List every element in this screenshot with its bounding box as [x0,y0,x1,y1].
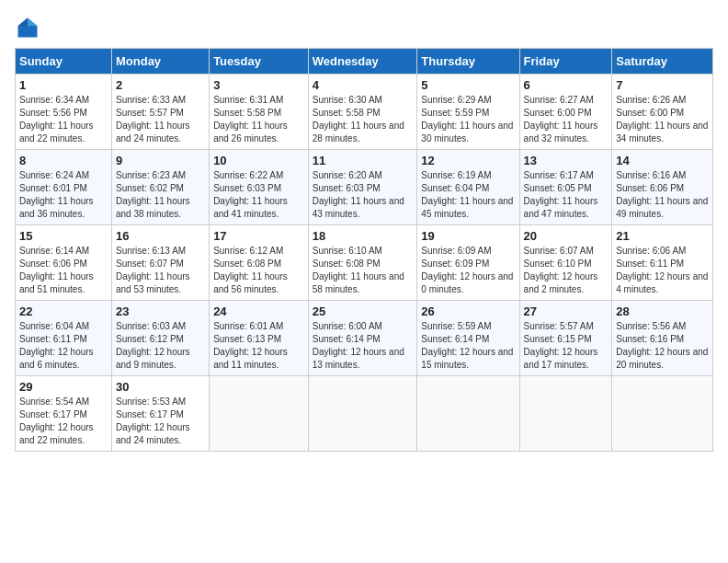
day-detail: Sunrise: 6:13 AM Sunset: 6:07 PM Dayligh… [116,245,205,296]
day-number: 23 [116,304,205,318]
day-number: 25 [313,304,414,318]
day-number: 9 [116,154,205,167]
calendar-cell: 4 Sunrise: 6:30 AM Sunset: 5:58 PM Dayli… [308,75,417,150]
day-number: 16 [116,229,205,243]
day-detail: Sunrise: 5:54 AM Sunset: 6:17 PM Dayligh… [19,396,108,447]
day-detail: Sunrise: 6:09 AM Sunset: 6:09 PM Dayligh… [421,245,515,296]
calendar-cell: 20 Sunrise: 6:07 AM Sunset: 6:10 PM Dayl… [519,225,612,301]
calendar-cell: 29 Sunrise: 5:54 AM Sunset: 6:17 PM Dayl… [16,376,112,452]
day-detail: Sunrise: 6:30 AM Sunset: 5:58 PM Dayligh… [313,94,414,145]
day-number: 4 [313,78,414,92]
calendar-cell [417,376,519,452]
day-number: 1 [19,78,108,92]
calendar-cell: 2 Sunrise: 6:33 AM Sunset: 5:57 PM Dayli… [111,75,209,150]
day-number: 5 [421,78,515,92]
logo [15,15,44,40]
calendar-cell: 30 Sunrise: 5:53 AM Sunset: 6:17 PM Dayl… [111,376,209,452]
header-tuesday: Tuesday [210,49,309,75]
calendar-cell [612,376,713,452]
calendar-cell: 17 Sunrise: 6:12 AM Sunset: 6:08 PM Dayl… [210,225,309,301]
calendar-cell [210,376,309,452]
day-number: 20 [524,229,609,243]
day-number: 3 [213,78,304,92]
day-number: 27 [524,304,609,318]
logo-icon [15,15,40,40]
day-detail: Sunrise: 6:04 AM Sunset: 6:11 PM Dayligh… [19,320,108,372]
calendar-cell: 8 Sunrise: 6:24 AM Sunset: 6:01 PM Dayli… [16,150,112,225]
day-number: 14 [616,154,709,167]
calendar-cell [308,376,417,452]
week-row-5: 29 Sunrise: 5:54 AM Sunset: 6:17 PM Dayl… [16,376,713,452]
calendar-cell: 11 Sunrise: 6:20 AM Sunset: 6:03 PM Dayl… [308,150,417,225]
day-number: 10 [213,154,304,167]
week-row-2: 8 Sunrise: 6:24 AM Sunset: 6:01 PM Dayli… [16,150,713,225]
day-number: 11 [313,154,414,167]
day-detail: Sunrise: 6:27 AM Sunset: 6:00 PM Dayligh… [524,94,609,145]
calendar-cell: 7 Sunrise: 6:26 AM Sunset: 6:00 PM Dayli… [612,75,713,150]
day-detail: Sunrise: 6:14 AM Sunset: 6:06 PM Dayligh… [19,245,108,296]
day-number: 2 [116,78,205,92]
calendar-cell: 6 Sunrise: 6:27 AM Sunset: 6:00 PM Dayli… [519,75,612,150]
calendar-cell [519,376,612,452]
header-monday: Monday [111,49,209,75]
day-number: 30 [116,380,205,394]
day-detail: Sunrise: 6:06 AM Sunset: 6:11 PM Dayligh… [616,245,709,296]
header-friday: Friday [519,49,612,75]
calendar-cell: 3 Sunrise: 6:31 AM Sunset: 5:58 PM Dayli… [210,75,309,150]
calendar-cell: 21 Sunrise: 6:06 AM Sunset: 6:11 PM Dayl… [612,225,713,301]
svg-marker-2 [18,18,28,27]
calendar-cell: 9 Sunrise: 6:23 AM Sunset: 6:02 PM Dayli… [111,150,209,225]
calendar-cell: 13 Sunrise: 6:17 AM Sunset: 6:05 PM Dayl… [519,150,612,225]
day-detail: Sunrise: 5:53 AM Sunset: 6:17 PM Dayligh… [116,396,205,447]
calendar-header-row: SundayMondayTuesdayWednesdayThursdayFrid… [16,49,713,75]
day-detail: Sunrise: 6:34 AM Sunset: 5:56 PM Dayligh… [19,94,108,145]
day-detail: Sunrise: 6:07 AM Sunset: 6:10 PM Dayligh… [524,245,609,296]
day-number: 17 [213,229,304,243]
day-detail: Sunrise: 6:01 AM Sunset: 6:13 PM Dayligh… [213,320,304,372]
day-number: 12 [421,154,515,167]
header-sunday: Sunday [16,49,112,75]
day-detail: Sunrise: 6:26 AM Sunset: 6:00 PM Dayligh… [616,94,709,145]
header-saturday: Saturday [612,49,713,75]
day-number: 6 [524,78,609,92]
calendar-cell: 14 Sunrise: 6:16 AM Sunset: 6:06 PM Dayl… [612,150,713,225]
day-number: 7 [616,78,709,92]
day-number: 26 [421,304,515,318]
header-wednesday: Wednesday [308,49,417,75]
day-number: 29 [19,380,108,394]
calendar-cell: 28 Sunrise: 5:56 AM Sunset: 6:16 PM Dayl… [612,301,713,376]
calendar-cell: 26 Sunrise: 5:59 AM Sunset: 6:14 PM Dayl… [417,301,519,376]
day-detail: Sunrise: 6:17 AM Sunset: 6:05 PM Dayligh… [524,169,609,221]
week-row-4: 22 Sunrise: 6:04 AM Sunset: 6:11 PM Dayl… [16,301,713,376]
day-detail: Sunrise: 6:03 AM Sunset: 6:12 PM Dayligh… [116,320,205,372]
day-number: 22 [19,304,108,318]
day-detail: Sunrise: 5:56 AM Sunset: 6:16 PM Dayligh… [616,320,709,372]
calendar-cell: 1 Sunrise: 6:34 AM Sunset: 5:56 PM Dayli… [16,75,112,150]
calendar-cell: 22 Sunrise: 6:04 AM Sunset: 6:11 PM Dayl… [16,301,112,376]
day-number: 8 [19,154,108,167]
day-number: 13 [524,154,609,167]
day-detail: Sunrise: 6:33 AM Sunset: 5:57 PM Dayligh… [116,94,205,145]
calendar-cell: 23 Sunrise: 6:03 AM Sunset: 6:12 PM Dayl… [111,301,209,376]
day-detail: Sunrise: 6:16 AM Sunset: 6:06 PM Dayligh… [616,169,709,221]
header-thursday: Thursday [417,49,519,75]
day-detail: Sunrise: 6:29 AM Sunset: 5:59 PM Dayligh… [421,94,515,145]
day-detail: Sunrise: 6:31 AM Sunset: 5:58 PM Dayligh… [213,94,304,145]
calendar-cell: 15 Sunrise: 6:14 AM Sunset: 6:06 PM Dayl… [16,225,112,301]
calendar-cell: 16 Sunrise: 6:13 AM Sunset: 6:07 PM Dayl… [111,225,209,301]
calendar-cell: 12 Sunrise: 6:19 AM Sunset: 6:04 PM Dayl… [417,150,519,225]
day-detail: Sunrise: 6:00 AM Sunset: 6:14 PM Dayligh… [313,320,414,372]
calendar-cell: 19 Sunrise: 6:09 AM Sunset: 6:09 PM Dayl… [417,225,519,301]
day-number: 24 [213,304,304,318]
day-detail: Sunrise: 6:19 AM Sunset: 6:04 PM Dayligh… [421,169,515,221]
day-number: 15 [19,229,108,243]
day-detail: Sunrise: 6:10 AM Sunset: 6:08 PM Dayligh… [313,245,414,296]
calendar-cell: 5 Sunrise: 6:29 AM Sunset: 5:59 PM Dayli… [417,75,519,150]
calendar-cell: 24 Sunrise: 6:01 AM Sunset: 6:13 PM Dayl… [210,301,309,376]
day-detail: Sunrise: 5:57 AM Sunset: 6:15 PM Dayligh… [524,320,609,372]
day-number: 21 [616,229,709,243]
day-number: 19 [421,229,515,243]
week-row-1: 1 Sunrise: 6:34 AM Sunset: 5:56 PM Dayli… [16,75,713,150]
svg-marker-1 [28,18,38,27]
calendar-cell: 27 Sunrise: 5:57 AM Sunset: 6:15 PM Dayl… [519,301,612,376]
